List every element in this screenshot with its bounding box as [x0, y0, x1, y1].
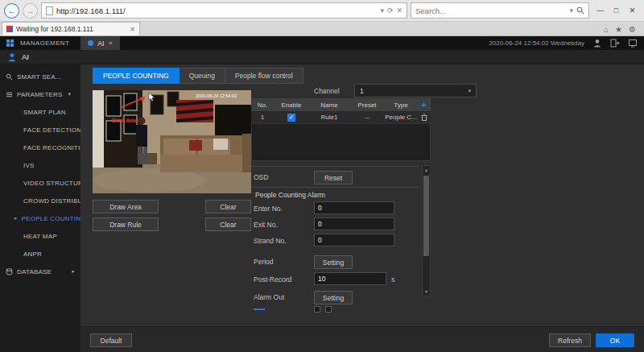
- app-top-bar: MANAGEMENT AI ✕ 2020-06-24 12:54:02 Wedn…: [0, 36, 644, 50]
- sidebar-item-heat-map[interactable]: HEAT MAP: [0, 227, 80, 245]
- sidebar-item-crowd-distribution[interactable]: CROWD DISTRIBU...: [0, 192, 80, 209]
- minimize-button[interactable]: —: [592, 3, 608, 19]
- close-button[interactable]: ✕: [625, 3, 640, 19]
- sidebar-item-label: FACE DETECTION: [23, 126, 80, 134]
- partial-row-indicator: [254, 309, 265, 310]
- exit-no-label: Exit No.: [254, 221, 278, 229]
- browser-tab[interactable]: Waiting for 192.168.1.111 ✕: [2, 22, 140, 35]
- tools-icon[interactable]: ⚙: [629, 25, 636, 34]
- scrollbar-thumb[interactable]: [423, 176, 429, 256]
- tab-people-flow-control[interactable]: People flow control: [225, 68, 303, 84]
- sidebar-item-label: PARAMETERS: [17, 91, 63, 98]
- sidebar-item-label: HEAT MAP: [23, 233, 57, 240]
- ok-button[interactable]: OK: [596, 333, 634, 347]
- fullscreen-icon[interactable]: [628, 39, 638, 48]
- exit-no-input[interactable]: [314, 217, 394, 230]
- draw-area-label: Draw Area: [112, 118, 138, 123]
- panel-scrollbar[interactable]: ▴ ▾: [422, 165, 431, 296]
- sidebar-item-parameters[interactable]: PARAMETERS ▾: [0, 85, 80, 103]
- osd-label: OSD: [254, 173, 268, 181]
- col-no: No.: [251, 101, 274, 109]
- sidebar: SMART SEA... PARAMETERS ▾ SMART PLAN FAC…: [0, 64, 80, 352]
- clear-rule-button[interactable]: Clear: [205, 217, 251, 231]
- search-dropdown-icon[interactable]: ▾: [569, 6, 573, 14]
- sidebar-item-video-structuring[interactable]: VIDEO STRUCTURI...: [0, 174, 80, 192]
- refresh-icon[interactable]: ⟳: [387, 6, 394, 14]
- apps-grid-icon[interactable]: [6, 39, 14, 47]
- search-box[interactable]: ▾: [411, 2, 589, 19]
- channel-label: Channel: [314, 87, 340, 95]
- enable-checkbox[interactable]: ✓: [287, 114, 295, 122]
- sidebar-item-label: CROWD DISTRIBU...: [23, 197, 80, 205]
- delete-rule-icon[interactable]: [421, 114, 427, 121]
- sidebar-item-face-recognition[interactable]: FACE RECOGNITION: [0, 139, 80, 156]
- sidebar-item-database[interactable]: DATABASE ▸: [0, 263, 80, 280]
- draw-rule-button[interactable]: Draw Rule: [93, 217, 159, 231]
- url-text: http://192.168.1.111/: [56, 6, 377, 15]
- alarm-out-channel-checkbox[interactable]: [325, 306, 332, 313]
- address-dropdown-icon[interactable]: ▾: [380, 6, 384, 14]
- strand-no-label: Strand No.: [254, 237, 287, 245]
- favorites-icon[interactable]: ★: [615, 25, 622, 34]
- window-controls: — □ ✕: [592, 3, 640, 19]
- maximize-button[interactable]: □: [609, 3, 624, 19]
- logout-icon[interactable]: [610, 39, 620, 48]
- management-label[interactable]: MANAGEMENT: [20, 39, 80, 47]
- tab-queuing[interactable]: Queuing: [180, 68, 225, 84]
- sidebar-item-label: FACE RECOGNITION: [23, 144, 80, 151]
- post-record-input[interactable]: [314, 272, 386, 285]
- ai-tab-close-icon[interactable]: ✕: [108, 40, 113, 47]
- add-rule-button[interactable]: +: [417, 100, 431, 110]
- sidebar-item-label: SMART PLAN: [23, 109, 66, 116]
- table-empty-area: [251, 124, 431, 161]
- osd-reset-button[interactable]: Reset: [314, 171, 353, 184]
- video-preview[interactable]: 2020-06-24 12:54:02 Draw Area: [93, 90, 251, 193]
- refresh-button[interactable]: Refresh: [549, 333, 591, 347]
- period-label: Period: [254, 258, 274, 266]
- clear-area-button[interactable]: Clear: [205, 200, 251, 213]
- enter-no-input[interactable]: [314, 201, 394, 214]
- database-icon: [6, 268, 13, 275]
- search-input[interactable]: [415, 6, 566, 15]
- period-setting-button[interactable]: Setting: [314, 255, 353, 269]
- channel-select[interactable]: 1 ▾: [354, 84, 477, 97]
- camera-scene: 2020-06-24 12:54:02 Draw Area: [93, 90, 251, 193]
- default-button[interactable]: Default: [90, 333, 132, 347]
- tab-close-icon[interactable]: ✕: [130, 26, 135, 33]
- home-icon[interactable]: ⌂: [604, 25, 609, 34]
- browser-back-button[interactable]: ←: [4, 3, 19, 19]
- sidebar-item-smart-search[interactable]: SMART SEA...: [0, 68, 80, 85]
- sidebar-item-anpr[interactable]: ANPR: [0, 245, 80, 263]
- enter-no-label: Enter No.: [254, 205, 283, 213]
- sidebar-item-face-detection[interactable]: FACE DETECTION: [0, 121, 80, 139]
- sidebar-item-smart-plan[interactable]: SMART PLAN: [0, 103, 80, 121]
- draw-area-button[interactable]: Draw Area: [93, 200, 159, 213]
- alarm-out-setting-button[interactable]: Setting: [314, 291, 353, 304]
- rule-type: People C...: [385, 114, 417, 121]
- parameters-icon: [6, 91, 13, 98]
- browser-chrome: ← → http://192.168.1.111/ ▾ ⟳ ✕ ▾ — □ ✕: [0, 0, 644, 22]
- scroll-up-icon[interactable]: ▴: [425, 166, 427, 174]
- alarm-out-label: Alarm Out: [254, 293, 284, 301]
- sidebar-item-label: SMART SEA...: [17, 73, 61, 81]
- scroll-down-icon[interactable]: ▾: [425, 288, 427, 296]
- stop-icon[interactable]: ✕: [396, 6, 402, 14]
- page-title: AI: [22, 52, 29, 61]
- browser-forward-button[interactable]: →: [23, 3, 38, 19]
- table-row[interactable]: 1 ✓ Rule1 -- People C...: [251, 111, 431, 124]
- search-icon[interactable]: [576, 6, 584, 14]
- alarm-out-channel-checkbox[interactable]: [314, 306, 320, 313]
- back-icon: ←: [7, 6, 16, 15]
- col-preset: Preset: [349, 101, 385, 109]
- tab-people-counting[interactable]: PEOPLE COUNTING: [93, 68, 180, 84]
- sidebar-item-label: IVS: [23, 162, 35, 169]
- address-bar[interactable]: http://192.168.1.111/ ▾ ⟳ ✕: [41, 2, 407, 19]
- forward-icon: →: [26, 6, 35, 15]
- user-icon[interactable]: [592, 39, 602, 48]
- chevron-down-icon: ▾: [468, 88, 471, 94]
- sidebar-item-people-counting[interactable]: ▸ PEOPLE COUNTING: [0, 209, 80, 227]
- sidebar-item-ivs[interactable]: IVS: [0, 156, 80, 174]
- ai-tab-label: AI: [97, 39, 104, 48]
- ai-app-tab[interactable]: AI ✕: [80, 36, 120, 50]
- strand-no-input[interactable]: [314, 234, 394, 246]
